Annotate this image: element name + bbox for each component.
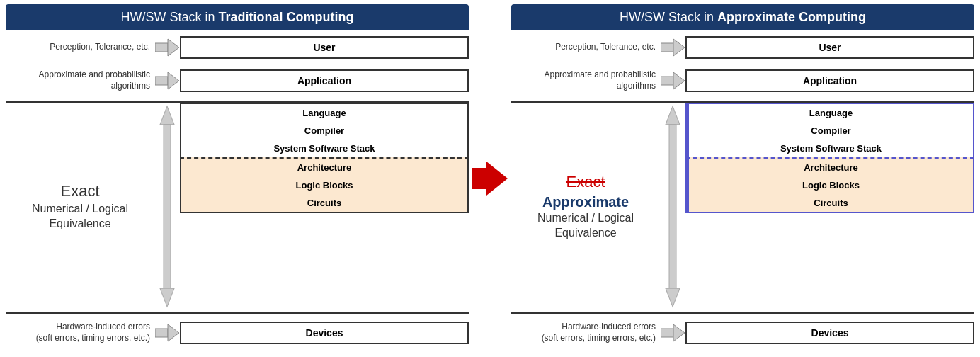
double-arrow-icon-2 xyxy=(662,104,683,309)
left-title: HW/SW Stack in Traditional Computing xyxy=(6,4,469,30)
right-title-bold: Approximate Computing xyxy=(717,10,866,24)
right-devices-arrow xyxy=(660,323,685,343)
gray-arrow-icon-5 xyxy=(661,71,685,91)
right-middle: Exact Approximate Numerical / Logical Eq… xyxy=(511,104,974,309)
left-arch-box: Architecture xyxy=(180,157,469,178)
red-arrow-shaft xyxy=(472,168,486,189)
left-middle: Exact Numerical / Logical Equivalence xyxy=(6,104,469,309)
right-diagram: HW/SW Stack in Approximate Computing Per… xyxy=(511,4,974,353)
right-user-arrow xyxy=(660,38,685,57)
svg-marker-8 xyxy=(160,288,174,307)
right-title-plain: HW/SW Stack in xyxy=(620,10,717,24)
svg-marker-19 xyxy=(673,324,685,341)
right-divider-bottom xyxy=(511,312,974,314)
double-arrow-icon xyxy=(156,104,178,309)
big-red-arrow xyxy=(472,162,508,196)
svg-marker-1 xyxy=(168,39,179,56)
right-logic-box: Logic Blocks xyxy=(685,176,974,196)
svg-marker-10 xyxy=(168,324,179,341)
left-divider-bottom xyxy=(6,312,469,314)
svg-rect-0 xyxy=(155,43,168,52)
gray-arrow-icon-2 xyxy=(155,71,179,91)
left-equivalence: Exact Numerical / Logical Equivalence xyxy=(6,104,154,309)
right-title: HW/SW Stack in Approximate Computing xyxy=(511,4,974,30)
gray-arrow-icon-3 xyxy=(155,323,179,343)
svg-rect-18 xyxy=(661,329,673,337)
right-user-box: User xyxy=(685,36,974,59)
left-app-label: Approximate and probabilistic algorithms xyxy=(6,69,154,91)
left-app-arrow xyxy=(154,71,180,91)
right-equivalence: Exact Approximate Numerical / Logical Eq… xyxy=(511,104,660,309)
left-vertical-arrow xyxy=(154,104,180,309)
gray-arrow-icon xyxy=(155,38,179,57)
left-body: Perception, Tolerance, etc. User Approxi… xyxy=(6,33,469,353)
svg-rect-16 xyxy=(669,125,676,288)
left-app-row: Approximate and probabilistic algorithms… xyxy=(6,64,469,98)
svg-marker-17 xyxy=(666,288,680,307)
svg-marker-12 xyxy=(673,39,685,56)
main-container: HW/SW Stack in Traditional Computing Per… xyxy=(0,0,980,357)
right-devices-row: Hardware-induced errors (soft errors, ti… xyxy=(511,315,974,351)
big-red-arrow-container xyxy=(469,4,511,353)
left-devices-label: Hardware-induced errors (soft errors, ti… xyxy=(6,322,154,344)
gray-arrow-icon-6 xyxy=(661,323,685,343)
left-user-label: Perception, Tolerance, etc. xyxy=(6,42,154,53)
right-app-box: Application xyxy=(685,69,974,92)
svg-rect-7 xyxy=(164,125,171,288)
left-devices-box: Devices xyxy=(180,322,469,344)
left-user-arrow xyxy=(154,38,180,57)
left-title-plain: HW/SW Stack in xyxy=(120,10,218,24)
gray-arrow-icon-4 xyxy=(661,38,685,57)
left-compiler-box: Compiler xyxy=(180,122,469,141)
right-exact-strike: Exact xyxy=(537,172,634,193)
left-diagram: HW/SW Stack in Traditional Computing Per… xyxy=(6,4,469,353)
right-user-label: Perception, Tolerance, etc. xyxy=(511,42,660,53)
svg-rect-13 xyxy=(661,76,673,85)
svg-marker-15 xyxy=(666,106,680,125)
right-approx-text: Approximate xyxy=(537,193,634,211)
right-sysstack-box: System Software Stack xyxy=(685,140,974,159)
red-arrow-head xyxy=(486,162,508,196)
svg-marker-14 xyxy=(673,72,685,89)
right-app-arrow xyxy=(660,71,685,91)
left-user-row: Perception, Tolerance, etc. User xyxy=(6,33,469,62)
right-compiler-box: Compiler xyxy=(685,122,974,141)
left-user-box: User xyxy=(180,36,469,59)
svg-rect-11 xyxy=(661,43,673,52)
right-vertical-arrow xyxy=(660,104,685,309)
left-stacked-boxes: Language Compiler System Software Stack … xyxy=(180,104,469,309)
right-app-row: Approximate and probabilistic algorithms… xyxy=(511,64,974,98)
left-sysstack-box: System Software Stack xyxy=(180,140,469,159)
right-body: Perception, Tolerance, etc. User Approxi… xyxy=(511,33,974,353)
right-app-label: Approximate and probabilistic algorithms xyxy=(511,69,660,91)
right-stacked-boxes: Language Compiler System Software Stack … xyxy=(685,104,974,309)
right-arch-box: Architecture xyxy=(685,157,974,178)
right-devices-label: Hardware-induced errors (soft errors, ti… xyxy=(511,322,660,344)
left-devices-arrow xyxy=(154,323,180,343)
left-language-box: Language xyxy=(180,103,469,123)
svg-marker-3 xyxy=(168,72,179,89)
svg-rect-9 xyxy=(155,329,168,337)
left-circuits-box: Circuits xyxy=(180,194,469,213)
right-circuits-box: Circuits xyxy=(685,194,974,213)
svg-marker-6 xyxy=(160,106,174,125)
left-title-bold: Traditional Computing xyxy=(219,10,354,24)
right-devices-box: Devices xyxy=(685,322,974,344)
left-app-box: Application xyxy=(180,69,469,92)
left-logic-box: Logic Blocks xyxy=(180,176,469,196)
right-user-row: Perception, Tolerance, etc. User xyxy=(511,33,974,62)
svg-rect-2 xyxy=(155,76,168,85)
left-devices-row: Hardware-induced errors (soft errors, ti… xyxy=(6,315,469,351)
right-language-box: Language xyxy=(685,103,974,123)
